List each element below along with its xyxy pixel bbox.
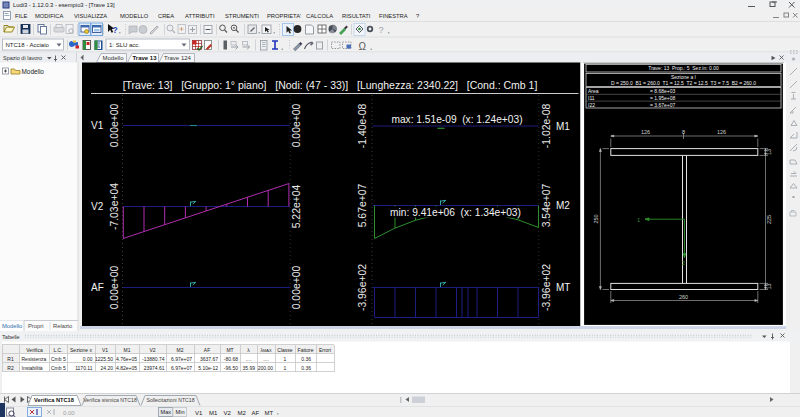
svg-text:0.00e+00: 0.00e+00	[291, 265, 302, 309]
svg-text:126: 126	[717, 129, 726, 135]
svg-text:Instabilità: Instabilità	[22, 365, 43, 371]
svg-text:M1: M1	[556, 121, 570, 132]
svg-text:V2: V2	[91, 201, 104, 212]
svg-text:Trave 13: Trave 13	[132, 55, 157, 61]
svg-text:-7.03e+04: -7.03e+04	[109, 183, 120, 230]
svg-text:V2: V2	[149, 347, 155, 353]
svg-text:0.00e+00: 0.00e+00	[109, 265, 120, 309]
svg-text:MODELLO: MODELLO	[120, 13, 149, 19]
svg-text:Sollecitazioni NTC18: Sollecitazioni NTC18	[146, 397, 194, 403]
svg-text:6.97e+07: 6.97e+07	[171, 365, 192, 371]
svg-text:Min: Min	[176, 409, 185, 415]
svg-text:?: ?	[113, 25, 118, 35]
svg-text:MODIFICA: MODIFICA	[35, 13, 63, 19]
svg-text:Trave 124: Trave 124	[164, 55, 191, 61]
svg-text:250: 250	[593, 214, 599, 223]
svg-text:4.76e+05: 4.76e+05	[116, 356, 137, 362]
svg-text:225: 225	[766, 215, 772, 224]
svg-text:Verifica NTC18: Verifica NTC18	[34, 397, 74, 403]
svg-text:Verifica: Verifica	[26, 347, 43, 353]
svg-text:0.36: 0.36	[301, 356, 311, 362]
svg-text:....: ....	[263, 356, 269, 362]
svg-text:4.82e+05: 4.82e+05	[116, 365, 137, 371]
svg-text:Verifica sismica NTC18: Verifica sismica NTC18	[83, 397, 137, 403]
svg-text:3637.67: 3637.67	[200, 356, 218, 362]
svg-text:Resistenza: Resistenza	[22, 356, 47, 362]
svg-text:13: 13	[766, 149, 772, 155]
svg-text:0.00e+00: 0.00e+00	[291, 103, 302, 147]
svg-text:= 1.95e+08: = 1.95e+08	[650, 95, 676, 101]
svg-text:1: 1	[637, 217, 640, 223]
svg-text:....: ....	[246, 356, 252, 362]
svg-text:Max: Max	[161, 409, 172, 415]
svg-text:126: 126	[641, 129, 650, 135]
svg-text:STRUMENTI: STRUMENTI	[225, 13, 259, 19]
svg-text:Classe: Classe	[277, 347, 293, 353]
svg-text:-3.96e+02: -3.96e+02	[357, 264, 368, 311]
svg-text:-1.40e-08: -1.40e-08	[357, 104, 368, 149]
svg-text:D = 250.0 B1 = 260.0 T1 = 12: D = 250.0 B1 = 260.0 T1 = 12.5 T2 = 12.5…	[611, 80, 756, 86]
svg-text:Sezione x: Sezione x	[70, 347, 92, 353]
svg-text:Sezione a I: Sezione a I	[671, 74, 696, 80]
svg-text:Tabelle: Tabelle	[2, 334, 20, 340]
svg-text:23974.61: 23974.61	[144, 365, 165, 371]
svg-text:Trave: 13 Prop.: 5 Sez.in: 0: Trave: 13 Prop.: 5 Sez.in: 0.00	[648, 65, 719, 71]
svg-text:1225.50: 1225.50	[95, 356, 113, 362]
svg-text:I11: I11	[588, 95, 595, 101]
svg-text:MT: MT	[265, 410, 274, 416]
svg-text:CALCOLA: CALCOLA	[306, 13, 333, 19]
svg-text:Spazio di lavoro: Spazio di lavoro	[3, 55, 42, 61]
svg-text:AF: AF	[252, 410, 260, 416]
svg-text:min: 9.41e+06 (x: 1.34e+03): min: 9.41e+06 (x: 1.34e+03)	[390, 207, 521, 218]
svg-text:-80.68: -80.68	[224, 356, 238, 362]
svg-text:λMAX: λMAX	[260, 347, 272, 353]
svg-text:?: ?	[379, 25, 384, 35]
svg-text:FILE: FILE	[15, 13, 27, 19]
svg-text:V1: V1	[195, 410, 203, 416]
svg-text:NTC18 - Acciaio: NTC18 - Acciaio	[6, 42, 50, 48]
svg-text:Ludi3 - 1.12.0.3 - esempio: Ludi3 - 1.12.0.3 - esempio3 - [Trave 13]	[13, 2, 115, 8]
svg-text:M2: M2	[556, 200, 570, 211]
svg-text:1: SLU acc.: 1: SLU acc.	[109, 42, 140, 48]
svg-text:5.22e+04: 5.22e+04	[291, 184, 302, 228]
svg-text:13: 13	[766, 283, 772, 289]
svg-text:35.99: 35.99	[242, 365, 255, 371]
svg-text:R2: R2	[7, 365, 14, 371]
svg-text:V2: V2	[224, 410, 232, 416]
svg-text:1: 1	[284, 356, 287, 362]
svg-text:CREA: CREA	[158, 13, 174, 19]
svg-text:M2: M2	[177, 347, 184, 353]
svg-text:-3.96e+02: -3.96e+02	[541, 264, 552, 311]
svg-text:24.20: 24.20	[100, 365, 113, 371]
svg-text:VISUALIZZA: VISUALIZZA	[74, 13, 107, 19]
svg-text:FINESTRA: FINESTRA	[379, 13, 408, 19]
svg-text:6.97e+07: 6.97e+07	[171, 356, 192, 362]
svg-text:0.00: 0.00	[63, 410, 75, 416]
svg-text:Cmb 5: Cmb 5	[51, 356, 66, 362]
svg-text:200.00: 200.00	[258, 365, 274, 371]
svg-text:L.C.: L.C.	[53, 347, 62, 353]
svg-text:AF: AF	[204, 347, 210, 353]
svg-text:1: 1	[284, 365, 287, 371]
svg-text:MT: MT	[226, 347, 233, 353]
svg-text:Modello: Modello	[102, 55, 124, 61]
svg-text:0.36: 0.36	[301, 365, 311, 371]
svg-text:= 8.68e+03: = 8.68e+03	[650, 88, 676, 94]
svg-text:-13880.74: -13880.74	[142, 356, 165, 362]
svg-text:[Trave: 13] [Gruppo: 1° pian: [Trave: 13] [Gruppo: 1° piano] [Nodi: (4…	[123, 79, 538, 91]
svg-text:5.67e+07: 5.67e+07	[357, 183, 368, 227]
svg-text:V1: V1	[102, 347, 108, 353]
svg-text:= 3.67e+07: = 3.67e+07	[650, 102, 676, 108]
svg-text:Modello: Modello	[2, 323, 22, 329]
svg-text:R1: R1	[7, 356, 14, 362]
svg-text:PROPRIETA’: PROPRIETA’	[267, 13, 301, 19]
svg-text:AF: AF	[91, 282, 104, 293]
svg-text:-96.50: -96.50	[224, 365, 238, 371]
svg-text:1170.11: 1170.11	[75, 365, 93, 371]
svg-text:8: 8	[682, 129, 685, 135]
svg-text:M1: M1	[124, 347, 131, 353]
svg-text:Propri: Propri	[28, 323, 43, 329]
svg-text:Errori: Errori	[319, 347, 331, 353]
svg-text:3.54e+07: 3.54e+07	[541, 183, 552, 227]
svg-text:MT: MT	[556, 282, 570, 293]
